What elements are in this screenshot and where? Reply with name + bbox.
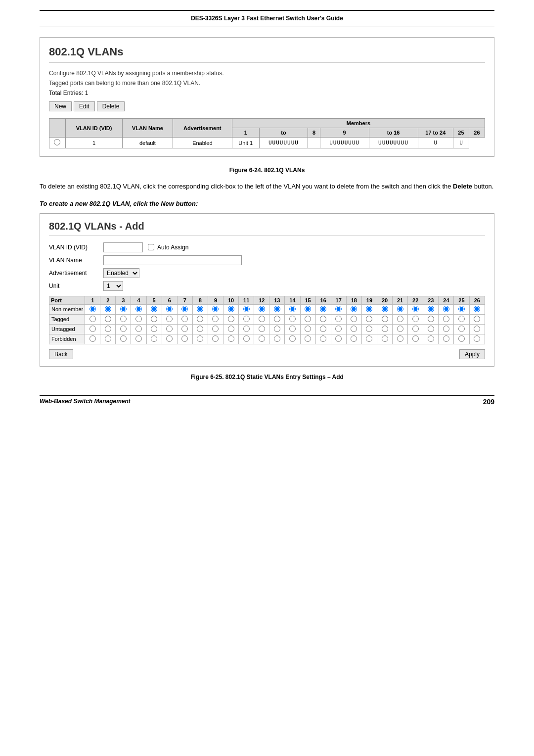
radio-non-member-port-16[interactable]: [320, 306, 326, 312]
port-cell-untagged-18[interactable]: [346, 324, 361, 334]
port-cell-forbidden-23[interactable]: [423, 334, 439, 344]
port-cell-untagged-26[interactable]: [469, 324, 485, 334]
radio-untagged-port-21[interactable]: [397, 326, 403, 332]
radio-untagged-port-23[interactable]: [428, 326, 434, 332]
radio-tagged-port-25[interactable]: [458, 316, 465, 322]
radio-non-member-port-2[interactable]: [105, 306, 111, 312]
vlan-name-input[interactable]: [103, 255, 242, 265]
port-cell-untagged-9[interactable]: [208, 324, 223, 334]
port-cell-non-member-22[interactable]: [408, 304, 423, 314]
port-cell-forbidden-5[interactable]: [146, 334, 162, 344]
port-cell-non-member-23[interactable]: [423, 304, 439, 314]
port-cell-non-member-11[interactable]: [239, 304, 254, 314]
port-cell-untagged-3[interactable]: [116, 324, 131, 334]
port-cell-untagged-4[interactable]: [131, 324, 146, 334]
port-cell-forbidden-1[interactable]: [85, 334, 100, 344]
port-cell-forbidden-18[interactable]: [346, 334, 361, 344]
port-cell-untagged-1[interactable]: [85, 324, 100, 334]
radio-non-member-port-10[interactable]: [228, 306, 234, 312]
radio-forbidden-port-17[interactable]: [335, 335, 342, 342]
radio-tagged-port-12[interactable]: [259, 316, 265, 322]
port-cell-non-member-12[interactable]: [254, 304, 269, 314]
radio-non-member-port-18[interactable]: [351, 306, 357, 312]
radio-tagged-port-4[interactable]: [135, 316, 142, 322]
radio-untagged-port-8[interactable]: [197, 326, 203, 332]
port-cell-non-member-10[interactable]: [223, 304, 239, 314]
port-cell-forbidden-7[interactable]: [177, 334, 192, 344]
port-cell-forbidden-20[interactable]: [377, 334, 392, 344]
radio-tagged-port-18[interactable]: [351, 316, 357, 322]
radio-tagged-port-26[interactable]: [474, 316, 480, 322]
radio-tagged-port-3[interactable]: [120, 316, 127, 322]
radio-forbidden-port-26[interactable]: [474, 335, 480, 342]
radio-non-member-port-24[interactable]: [443, 306, 449, 312]
radio-forbidden-port-4[interactable]: [135, 335, 142, 342]
port-cell-untagged-21[interactable]: [393, 324, 408, 334]
port-cell-forbidden-8[interactable]: [192, 334, 208, 344]
port-cell-untagged-14[interactable]: [285, 324, 300, 334]
port-cell-tagged-17[interactable]: [331, 314, 346, 324]
port-cell-non-member-7[interactable]: [177, 304, 192, 314]
port-cell-forbidden-26[interactable]: [469, 334, 485, 344]
radio-forbidden-port-23[interactable]: [428, 335, 434, 342]
radio-tagged-port-24[interactable]: [443, 316, 449, 322]
edit-button[interactable]: Edit: [74, 101, 95, 111]
port-cell-non-member-20[interactable]: [377, 304, 392, 314]
port-cell-forbidden-24[interactable]: [439, 334, 454, 344]
radio-non-member-port-3[interactable]: [120, 306, 127, 312]
port-cell-forbidden-14[interactable]: [285, 334, 300, 344]
port-cell-forbidden-12[interactable]: [254, 334, 269, 344]
radio-untagged-port-26[interactable]: [474, 326, 480, 332]
port-cell-tagged-1[interactable]: [85, 314, 100, 324]
port-cell-tagged-19[interactable]: [361, 314, 377, 324]
port-cell-tagged-12[interactable]: [254, 314, 269, 324]
radio-untagged-port-22[interactable]: [412, 326, 419, 332]
radio-forbidden-port-18[interactable]: [351, 335, 357, 342]
radio-tagged-port-17[interactable]: [335, 316, 342, 322]
radio-untagged-port-24[interactable]: [443, 326, 449, 332]
new-button[interactable]: New: [49, 101, 72, 111]
radio-tagged-port-23[interactable]: [428, 316, 434, 322]
radio-untagged-port-1[interactable]: [89, 326, 96, 332]
radio-untagged-port-18[interactable]: [351, 326, 357, 332]
radio-untagged-port-19[interactable]: [366, 326, 372, 332]
port-cell-forbidden-10[interactable]: [223, 334, 239, 344]
port-cell-untagged-19[interactable]: [361, 324, 377, 334]
radio-forbidden-port-21[interactable]: [397, 335, 403, 342]
radio-non-member-port-9[interactable]: [212, 306, 219, 312]
radio-forbidden-port-24[interactable]: [443, 335, 449, 342]
radio-forbidden-port-2[interactable]: [105, 335, 111, 342]
radio-tagged-port-20[interactable]: [382, 316, 388, 322]
radio-forbidden-port-14[interactable]: [289, 335, 296, 342]
radio-tagged-port-13[interactable]: [274, 316, 280, 322]
port-cell-untagged-22[interactable]: [408, 324, 423, 334]
radio-tagged-port-8[interactable]: [197, 316, 203, 322]
radio-non-member-port-1[interactable]: [89, 306, 96, 312]
radio-untagged-port-20[interactable]: [382, 326, 388, 332]
radio-untagged-port-10[interactable]: [228, 326, 234, 332]
port-cell-tagged-5[interactable]: [146, 314, 162, 324]
vlan-id-input[interactable]: [103, 242, 143, 252]
radio-forbidden-port-13[interactable]: [274, 335, 280, 342]
port-cell-tagged-25[interactable]: [454, 314, 469, 324]
port-cell-forbidden-9[interactable]: [208, 334, 223, 344]
port-cell-tagged-18[interactable]: [346, 314, 361, 324]
port-cell-forbidden-2[interactable]: [100, 334, 116, 344]
port-cell-untagged-20[interactable]: [377, 324, 392, 334]
port-cell-non-member-2[interactable]: [100, 304, 116, 314]
unit-select[interactable]: 1: [103, 281, 123, 291]
radio-untagged-port-14[interactable]: [289, 326, 296, 332]
radio-forbidden-port-6[interactable]: [166, 335, 173, 342]
port-cell-tagged-13[interactable]: [269, 314, 285, 324]
port-cell-non-member-4[interactable]: [131, 304, 146, 314]
radio-forbidden-port-25[interactable]: [458, 335, 465, 342]
radio-untagged-port-4[interactable]: [135, 326, 142, 332]
port-cell-forbidden-17[interactable]: [331, 334, 346, 344]
radio-forbidden-port-19[interactable]: [366, 335, 372, 342]
port-cell-untagged-11[interactable]: [239, 324, 254, 334]
radio-tagged-port-16[interactable]: [320, 316, 326, 322]
radio-tagged-port-19[interactable]: [366, 316, 372, 322]
port-cell-untagged-8[interactable]: [192, 324, 208, 334]
port-cell-non-member-15[interactable]: [300, 304, 315, 314]
radio-untagged-port-25[interactable]: [458, 326, 465, 332]
